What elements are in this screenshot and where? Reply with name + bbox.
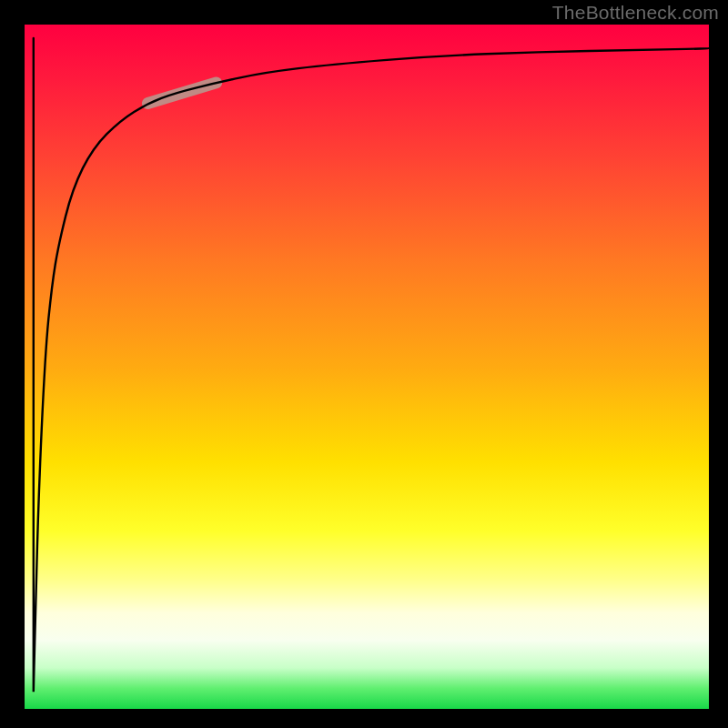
bottleneck-curve-line xyxy=(34,38,709,692)
chart-svg xyxy=(25,25,709,709)
watermark-text: TheBottleneck.com xyxy=(552,2,719,24)
curve-group xyxy=(34,38,709,692)
chart-frame: TheBottleneck.com xyxy=(0,0,728,728)
